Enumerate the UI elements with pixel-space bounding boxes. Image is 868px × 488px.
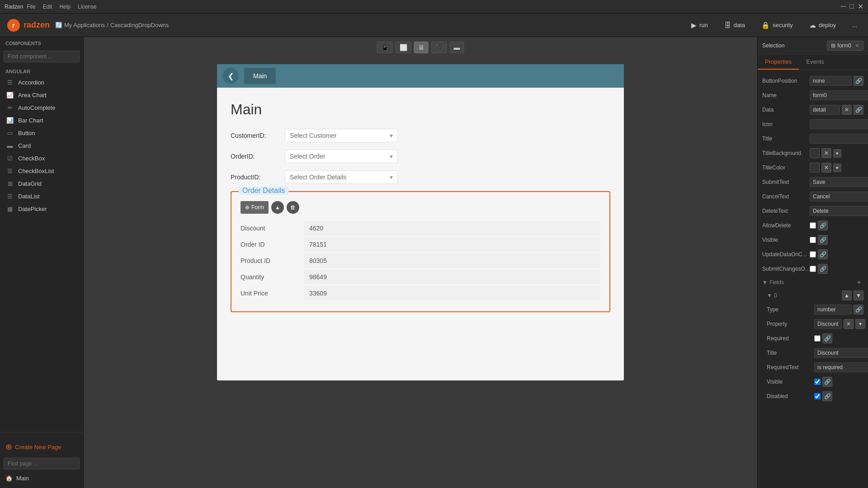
component-checkboxlist[interactable]: ☰ CheckBoxList bbox=[0, 164, 83, 177]
device-wide[interactable]: ⬛ bbox=[431, 42, 447, 53]
device-desktop[interactable]: 🖥 bbox=[414, 42, 429, 53]
data-link-icon[interactable]: 🔗 bbox=[854, 105, 863, 115]
page-delete-icon[interactable]: 🗑 bbox=[72, 475, 78, 482]
device-full[interactable]: ▬ bbox=[450, 42, 464, 53]
fields-section-header[interactable]: ▼ Fields + bbox=[758, 276, 868, 289]
button-position-link-icon[interactable]: 🔗 bbox=[854, 76, 863, 86]
component-search-input[interactable] bbox=[4, 51, 80, 62]
component-checkbox[interactable]: ☑ CheckBox bbox=[0, 152, 83, 164]
required-checkbox[interactable] bbox=[814, 335, 821, 342]
page-item-main[interactable]: 🏠 Main ✏ 🗑 bbox=[0, 472, 83, 484]
security-button[interactable]: 🔒 security bbox=[758, 19, 797, 31]
close-icon[interactable]: ✕ bbox=[858, 2, 863, 11]
tab-properties[interactable]: Properties bbox=[758, 55, 799, 70]
component-datagrid[interactable]: ⊞ DataGrid bbox=[0, 177, 83, 190]
title-bg-chevron[interactable]: ▾ bbox=[833, 149, 841, 158]
component-datepicker[interactable]: ▦ DatePicker bbox=[0, 202, 83, 215]
form-toolbar-delete-btn[interactable]: 🗑 bbox=[287, 201, 299, 214]
form-toolbar-up-btn[interactable]: ▲ bbox=[271, 201, 284, 214]
cancel-text-value bbox=[810, 192, 868, 202]
more-button[interactable]: ... bbox=[849, 20, 861, 30]
component-autocomplete[interactable]: ✏ AutoComplete bbox=[0, 101, 83, 114]
disabled-checkbox[interactable] bbox=[814, 393, 821, 399]
component-card[interactable]: ▬ Card bbox=[0, 139, 83, 152]
property-chevron[interactable]: ▾ bbox=[855, 319, 865, 329]
fields-add-button[interactable]: + bbox=[854, 278, 863, 287]
property-label: Property bbox=[767, 321, 814, 327]
page-edit-icon[interactable]: ✏ bbox=[65, 475, 70, 482]
disabled-link-icon[interactable]: 🔗 bbox=[822, 391, 832, 401]
find-page-input[interactable] bbox=[4, 458, 80, 469]
allow-delete-link-icon[interactable]: 🔗 bbox=[818, 221, 828, 230]
field-title-input[interactable] bbox=[814, 348, 868, 358]
visible-checkbox[interactable] bbox=[810, 237, 816, 243]
menu-edit[interactable]: Edit bbox=[43, 4, 52, 10]
component-area-chart[interactable]: 📈 Area Chart bbox=[0, 89, 83, 101]
nav-item-main[interactable]: Main bbox=[244, 68, 276, 84]
title-input[interactable] bbox=[810, 134, 868, 144]
cancel-text-input[interactable] bbox=[810, 192, 868, 202]
component-bar-chart[interactable]: 📊 Bar Chart bbox=[0, 114, 83, 127]
type-select[interactable]: number bbox=[814, 305, 852, 314]
field-visible-checkbox[interactable] bbox=[814, 379, 821, 385]
icon-input[interactable] bbox=[810, 119, 868, 129]
bar-chart-icon: 📊 bbox=[5, 117, 14, 124]
product-id-label: ProductID: bbox=[231, 174, 285, 181]
menu-license[interactable]: License bbox=[78, 4, 96, 10]
product-id-select[interactable]: Select Order Details ▾ bbox=[285, 170, 398, 184]
maximize-icon[interactable]: □ bbox=[849, 2, 854, 11]
name-value bbox=[810, 90, 868, 100]
component-datalist[interactable]: ☰ DataList bbox=[0, 190, 83, 202]
button-position-select[interactable]: none bbox=[810, 76, 852, 86]
title-color-chevron[interactable]: ▾ bbox=[833, 164, 841, 172]
component-button[interactable]: ▭ Button bbox=[0, 127, 83, 139]
minimize-icon[interactable]: ─ bbox=[841, 2, 846, 11]
type-link-icon[interactable]: 🔗 bbox=[854, 305, 863, 314]
customer-id-select[interactable]: Select Customer ▾ bbox=[285, 129, 398, 142]
device-tablet-small[interactable]: ⬜ bbox=[396, 42, 411, 53]
update-data-checkbox[interactable] bbox=[810, 251, 816, 258]
property-select[interactable]: Discount bbox=[814, 319, 842, 329]
title-bg-x-btn[interactable]: ✕ bbox=[821, 148, 831, 158]
order-id-select[interactable]: Select Order ▾ bbox=[285, 150, 398, 163]
tab-events[interactable]: Events bbox=[799, 55, 831, 70]
submit-changes-checkbox[interactable] bbox=[810, 266, 816, 272]
form-badge-close[interactable]: ✕ bbox=[855, 42, 859, 49]
run-button[interactable]: ▶ run bbox=[688, 19, 712, 31]
required-text-input[interactable] bbox=[814, 362, 868, 372]
submit-changes-link-icon[interactable]: 🔗 bbox=[818, 264, 828, 274]
device-mobile[interactable]: 📱 bbox=[377, 42, 393, 53]
title-color-x-btn[interactable]: ✕ bbox=[821, 163, 831, 173]
create-page-button[interactable]: ⊕ Create New Page bbox=[0, 439, 83, 455]
allow-delete-checkbox[interactable] bbox=[810, 222, 816, 229]
delete-text-input[interactable] bbox=[810, 206, 868, 216]
breadcrumb-app[interactable]: My Applications bbox=[64, 22, 105, 28]
required-link-icon[interactable]: 🔗 bbox=[822, 333, 832, 343]
field-0-up-icon[interactable]: ▲ bbox=[842, 291, 852, 300]
submit-text-input[interactable] bbox=[810, 177, 868, 187]
deploy-button[interactable]: ☁ deploy bbox=[806, 19, 840, 31]
visible-link-icon[interactable]: 🔗 bbox=[818, 235, 828, 245]
update-data-link-icon[interactable]: 🔗 bbox=[818, 249, 828, 259]
title-color-swatch[interactable] bbox=[810, 163, 820, 173]
menu-file[interactable]: File bbox=[27, 4, 35, 10]
data-icon: 🗄 bbox=[724, 21, 731, 29]
menu-help[interactable]: Help bbox=[59, 4, 71, 10]
field-0-down-icon[interactable]: ▼ bbox=[854, 291, 863, 300]
field-visible-link-icon[interactable]: 🔗 bbox=[822, 377, 832, 387]
title-bg-swatch[interactable] bbox=[810, 148, 820, 158]
component-accordion[interactable]: ☰ Accordion bbox=[0, 76, 83, 89]
canvas: 📱 ⬜ 🖥 ⬛ ▬ ❮ Main Main Custome bbox=[84, 37, 757, 488]
product-id-value: Select Order Details bbox=[290, 174, 346, 181]
update-data-label: UpdateDataOnC... bbox=[762, 251, 810, 258]
field-0-header[interactable]: ▼ 0 ▲ ▼ bbox=[762, 289, 868, 302]
data-select[interactable]: detail bbox=[810, 105, 840, 115]
breadcrumb-current[interactable]: CascadingDropDowns bbox=[110, 22, 169, 28]
form-toolbar-form-btn[interactable]: ⊕ Form bbox=[241, 201, 269, 214]
name-input[interactable] bbox=[810, 90, 868, 100]
property-x-icon[interactable]: ✕ bbox=[844, 319, 854, 329]
detail-field-orderid: Order ID 78151 bbox=[241, 237, 600, 252]
data-x-icon[interactable]: ✕ bbox=[842, 105, 852, 115]
data-button[interactable]: 🗄 data bbox=[721, 19, 749, 31]
nav-back-button[interactable]: ❮ bbox=[222, 68, 239, 84]
